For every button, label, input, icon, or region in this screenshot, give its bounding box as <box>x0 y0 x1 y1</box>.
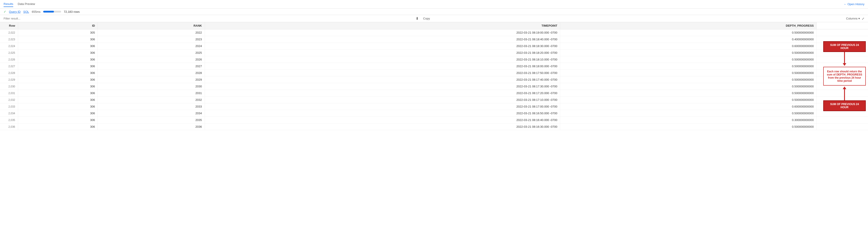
progress-bar <box>43 11 61 12</box>
col-id: ID <box>18 22 98 29</box>
columns-button[interactable]: Columns ▾ <box>846 17 860 20</box>
tab-results[interactable]: Results <box>4 1 13 7</box>
cell-depth-progress: 0.600000000000 <box>560 103 816 110</box>
filter-bar: ⬇ Copy Columns ▾ ⤢ <box>0 15 868 22</box>
cell-depth-progress: 0.400000000000 <box>560 36 816 43</box>
cell-rank: 2032 <box>98 97 205 103</box>
table-row: 2,026 306 2026 2022-03-21 08:18:10.000 -… <box>0 56 868 63</box>
cell-row: 2,023 <box>0 36 18 43</box>
tab-data-preview[interactable]: Data Preview <box>18 1 35 7</box>
cell-rank: 2036 <box>98 124 205 130</box>
cell-id: 306 <box>18 103 98 110</box>
results-table-container: Row ID RANK TIMEPOINT DEPTH_PROGRESS 2,0… <box>0 22 868 130</box>
cell-timepoint: 2022-03-21 08:19:00.000 -0700 <box>205 29 560 36</box>
cell-depth-progress: 0.500000000000 <box>560 29 816 36</box>
cell-row: 2,028 <box>0 70 18 76</box>
table-row: 2,023 306 2023 2022-03-21 08:18:40.000 -… <box>0 36 868 43</box>
cell-timepoint: 2022-03-21 08:16:50.000 -0700 <box>205 110 560 117</box>
copy-button[interactable]: Copy <box>421 16 432 21</box>
cell-timepoint: 2022-03-21 08:17:00.000 -0700 <box>205 103 560 110</box>
cell-row: 2,031 <box>0 90 18 97</box>
cell-id: 306 <box>18 83 98 90</box>
cell-depth-progress: 0.500000000000 <box>560 63 816 70</box>
open-history-button[interactable]: ← Open History <box>844 2 864 6</box>
cell-timepoint: 2022-03-21 08:18:00.000 -0700 <box>205 63 560 70</box>
cell-id: 306 <box>18 97 98 103</box>
sql-link[interactable]: SQL <box>23 10 29 13</box>
query-info-bar: ✓ Query ID SQL 655ms 72,183 rows <box>0 8 868 15</box>
cell-depth-progress: 0.500000000000 <box>560 70 816 76</box>
cell-rank: 2023 <box>98 36 205 43</box>
cell-id: 306 <box>18 70 98 76</box>
cell-id: 305 <box>18 29 98 36</box>
table-row: 2,030 306 2030 2022-03-21 08:17:30.000 -… <box>0 83 868 90</box>
cell-depth-progress: 0.500000000000 <box>560 124 816 130</box>
cell-depth-progress: 0.500000000000 <box>560 90 816 97</box>
table-row: 2,029 306 2029 2022-03-21 08:17:40.000 -… <box>0 76 868 83</box>
cell-timepoint: 2022-03-21 08:17:50.000 -0700 <box>205 70 560 76</box>
cell-row: 2,032 <box>0 97 18 103</box>
cell-row: 2,034 <box>0 110 18 117</box>
filter-input[interactable] <box>4 17 413 20</box>
cell-row: 2,035 <box>0 117 18 124</box>
table-row: 2,022 305 2022 2022-03-21 08:19:00.000 -… <box>0 29 868 36</box>
cell-timepoint: 2022-03-21 08:18:20.000 -0700 <box>205 50 560 56</box>
cell-row: 2,036 <box>0 124 18 130</box>
cell-rank: 2028 <box>98 70 205 76</box>
duration-label: 655ms <box>32 10 40 13</box>
cell-id: 306 <box>18 90 98 97</box>
cell-id: 306 <box>18 110 98 117</box>
cell-depth-progress: 0.500000000000 <box>560 50 816 56</box>
cell-rank: 2034 <box>98 110 205 117</box>
cell-timepoint: 2022-03-21 08:17:10.000 -0700 <box>205 97 560 103</box>
cell-depth-progress: 0.500000000000 <box>560 76 816 83</box>
cell-depth-progress: 0.500000000000 <box>560 110 816 117</box>
table-row: 2,034 306 2034 2022-03-21 08:16:50.000 -… <box>0 110 868 117</box>
cell-id: 306 <box>18 50 98 56</box>
cell-rank: 2035 <box>98 117 205 124</box>
cell-depth-progress: 0.500000000000 <box>560 83 816 90</box>
download-icon[interactable]: ⬇ <box>416 16 418 21</box>
table-row: 2,027 306 2027 2022-03-21 08:18:00.000 -… <box>0 63 868 70</box>
cell-id: 306 <box>18 63 98 70</box>
cell-rank: 2031 <box>98 90 205 97</box>
col-row: Row <box>0 22 18 29</box>
cell-row: 2,022 <box>0 29 18 36</box>
cell-id: 306 <box>18 36 98 43</box>
cell-timepoint: 2022-03-21 08:18:30.000 -0700 <box>205 43 560 50</box>
table-row: 2,032 306 2032 2022-03-21 08:17:10.000 -… <box>0 97 868 103</box>
cell-timepoint: 2022-03-21 08:17:40.000 -0700 <box>205 76 560 83</box>
cell-rank: 2025 <box>98 50 205 56</box>
table-row: 2,031 306 2031 2022-03-21 08:17:20.000 -… <box>0 90 868 97</box>
cell-timepoint: 2022-03-21 08:17:20.000 -0700 <box>205 90 560 97</box>
table-row: 2,033 306 2033 2022-03-21 08:17:00.000 -… <box>0 103 868 110</box>
cell-timepoint: 2022-03-21 08:18:40.000 -0700 <box>205 36 560 43</box>
expand-icon[interactable]: ⤢ <box>862 17 864 20</box>
cell-timepoint: 2022-03-21 08:18:10.000 -0700 <box>205 56 560 63</box>
results-table: Row ID RANK TIMEPOINT DEPTH_PROGRESS 2,0… <box>0 22 868 130</box>
table-row: 2,035 306 2035 2022-03-21 08:16:40.000 -… <box>0 117 868 124</box>
table-row: 2,036 306 2036 2022-03-21 08:16:30.000 -… <box>0 124 868 130</box>
table-body: 2,022 305 2022 2022-03-21 08:19:00.000 -… <box>0 29 868 130</box>
cell-rank: 2022 <box>98 29 205 36</box>
table-row: 2,028 306 2028 2022-03-21 08:17:50.000 -… <box>0 70 868 76</box>
cell-depth-progress: 0.500000000000 <box>560 56 816 63</box>
col-rank: RANK <box>98 22 205 29</box>
cell-row: 2,033 <box>0 103 18 110</box>
success-icon: ✓ <box>4 10 6 13</box>
cell-depth-progress: 0.500000000000 <box>560 97 816 103</box>
cell-id: 306 <box>18 76 98 83</box>
cell-rank: 2027 <box>98 63 205 70</box>
cell-id: 306 <box>18 117 98 124</box>
table-row: 2,024 306 2024 2022-03-21 08:18:30.000 -… <box>0 43 868 50</box>
tab-bar: Results Data Preview <box>4 1 35 7</box>
cell-row: 2,024 <box>0 43 18 50</box>
cell-timepoint: 2022-03-21 08:16:30.000 -0700 <box>205 124 560 130</box>
cell-row: 2,029 <box>0 76 18 83</box>
cell-row: 2,027 <box>0 63 18 70</box>
query-id-link[interactable]: Query ID <box>9 10 21 13</box>
cell-rank: 2026 <box>98 56 205 63</box>
cell-rank: 2030 <box>98 83 205 90</box>
cell-row: 2,025 <box>0 50 18 56</box>
cell-row: 2,030 <box>0 83 18 90</box>
